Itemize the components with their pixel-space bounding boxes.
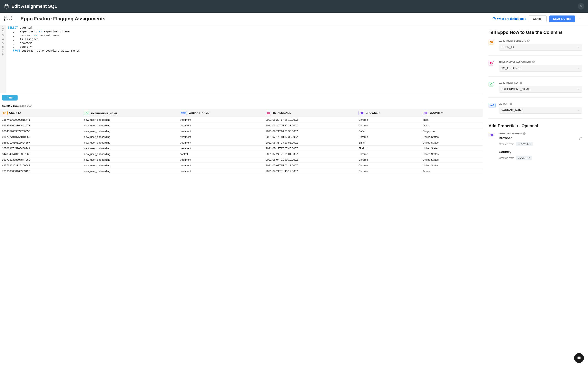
field-label: EXPERIMENT KEYi	[499, 82, 582, 84]
table-row[interactable]: 1070291745206488741new_user_onboardingtr…	[0, 146, 483, 151]
subheader: ENTITY User Eppo Feature Flagging Assign…	[0, 13, 588, 25]
svg-point-3	[579, 18, 580, 19]
info-icon[interactable]: i	[510, 103, 512, 105]
run-button[interactable]: Run	[2, 95, 17, 100]
chevron-down-icon	[577, 88, 580, 90]
entity-block: ENTITY User	[4, 16, 16, 22]
info-icon[interactable]: i	[532, 60, 535, 63]
property-item: BrowserCreated fromBROWSER	[499, 136, 582, 146]
table-row[interactable]: 4957622252319100547new_user_onboardingtr…	[0, 163, 483, 168]
property-item: CountryCreated fromCOUNTRY	[499, 150, 582, 160]
table-row[interactable]: 9666012566618624857new_user_onboardingtr…	[0, 140, 483, 146]
sample-data-table[interactable]: ENUSER_IDEXPERIMENT_NAMEVARVARIANT_NAMET…	[0, 109, 483, 367]
column-select[interactable]: USER_ID	[499, 44, 582, 50]
column-select[interactable]: TS_ASSIGNED	[499, 65, 582, 72]
column-header: VARVARIANT_NAME	[178, 109, 264, 117]
help-icon	[492, 17, 496, 21]
sql-editor[interactable]: 12345678 SELECT user_id , experiment as …	[0, 25, 483, 93]
svg-point-0	[5, 4, 8, 6]
field-tag: EN	[489, 40, 494, 44]
column-mapping-panel: Tell Eppo How to Use the Columns ENEXPER…	[483, 25, 588, 367]
info-icon[interactable]: i	[520, 82, 522, 84]
field-tag: TS	[489, 61, 494, 66]
source-chip: COUNTRY	[516, 156, 532, 160]
table-row[interactable]: 9807359378707847269new_user_onboardingtr…	[0, 157, 483, 163]
table-row[interactable]: 9958669068864441978new_user_onboardingtr…	[0, 123, 483, 128]
properties-section-title: Add Properties - Optional	[489, 124, 582, 128]
column-select[interactable]: EXPERIMENT_NAME	[499, 86, 582, 92]
modal-header: Edit Assignment SQL	[0, 0, 588, 13]
save-close-button[interactable]: Save & Close	[549, 16, 575, 22]
more-menu-button[interactable]	[578, 17, 584, 21]
entity-label: ENTITY	[4, 16, 12, 18]
table-row[interactable]: 3443540548116337668new_user_onboardingco…	[0, 151, 483, 157]
entity-properties-label: ENTITY PROPERTIES i	[499, 132, 582, 135]
field-tag: VAR	[489, 103, 495, 108]
sample-data-heading: Sample Data Limit 100	[0, 102, 483, 109]
page-title: Eppo Feature Flagging Assignments	[20, 16, 492, 22]
help-link[interactable]: What are definitions?	[492, 17, 526, 21]
column-header: TSTS_ASSIGNED	[264, 109, 356, 117]
chevron-down-icon	[577, 109, 580, 111]
table-row[interactable]: 8014352053879780558new_user_onboardingtr…	[0, 128, 483, 134]
table-row[interactable]: 0107027918764810260new_user_onboardingtr…	[0, 134, 483, 140]
source-chip: BROWSER	[516, 142, 533, 146]
dots-horizontal-icon	[579, 17, 583, 21]
column-select[interactable]: VARIANT_NAME	[499, 107, 582, 114]
info-icon[interactable]: i	[527, 40, 530, 42]
chat-icon	[577, 356, 581, 360]
svg-point-4	[581, 18, 581, 19]
mapping-title: Tell Eppo How to Use the Columns	[489, 30, 582, 35]
field-label: EXPERIMENT SUBJECTSi	[499, 40, 582, 42]
sql-code[interactable]: SELECT user_id , experiment as experimen…	[6, 25, 82, 93]
column-header: PRCOUNTRY	[421, 109, 483, 117]
line-gutter: 12345678	[0, 25, 6, 93]
cancel-button[interactable]: Cancel	[528, 15, 546, 22]
chevron-down-icon	[577, 67, 580, 69]
entity-value: User	[4, 18, 12, 22]
chevron-down-icon	[577, 46, 580, 48]
close-icon	[579, 5, 583, 8]
modal-title: Edit Assignment SQL	[11, 4, 578, 9]
svg-point-5	[582, 18, 582, 19]
field-tag	[489, 82, 494, 86]
table-row[interactable]: 7639680830166983125new_user_onboardingtr…	[0, 168, 483, 174]
column-header: EXPERIMENT_NAME	[82, 109, 178, 117]
edit-property-button[interactable]	[579, 137, 582, 140]
column-header: ENUSER_ID	[0, 109, 82, 117]
column-header: PRBROWSER	[356, 109, 421, 117]
svg-point-2	[494, 19, 494, 20]
chat-widget-button[interactable]	[574, 353, 584, 363]
info-icon[interactable]: i	[523, 132, 526, 135]
close-button[interactable]	[578, 3, 584, 9]
sql-icon	[4, 3, 9, 9]
properties-tag: PR	[489, 133, 494, 137]
table-row[interactable]: 1657408679808815741new_user_onboardingtr…	[0, 117, 483, 123]
play-icon	[5, 96, 8, 99]
field-label: TIMESTAMP OF ASSIGNMENTi	[499, 60, 582, 63]
field-label: VARIANTi	[499, 103, 582, 105]
